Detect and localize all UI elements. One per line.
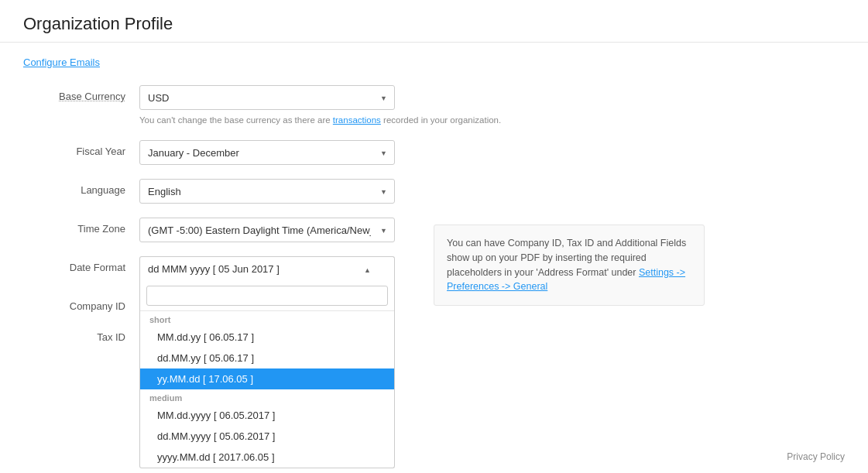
date-format-option-yyyy-mm-dd[interactable]: yyyy.MM.dd [ 2017.06.05 ] bbox=[140, 447, 394, 468]
fiscal-year-row: Fiscal Year January - December bbox=[23, 140, 519, 165]
base-currency-label: Base Currency bbox=[23, 85, 139, 102]
language-label: Language bbox=[23, 179, 139, 196]
date-format-option-dd-mm-yyyy[interactable]: dd.MM.yyyy [ 05.06.2017 ] bbox=[140, 426, 394, 447]
date-format-label: Date Format bbox=[23, 256, 139, 273]
date-format-option-mm-dd-yyyy[interactable]: MM.dd.yyyy [ 06.05.2017 ] bbox=[140, 405, 394, 426]
info-box: You can have Company ID, Tax ID and Addi… bbox=[434, 225, 705, 306]
company-id-label: Company ID bbox=[23, 295, 139, 312]
date-format-search-container bbox=[140, 281, 394, 311]
base-currency-help: You can't change the base currency as th… bbox=[139, 114, 519, 126]
timezone-select-wrapper: (GMT -5:00) Eastern Daylight Time (Ameri… bbox=[139, 218, 395, 242]
fiscal-year-select-wrapper: January - December bbox=[139, 140, 395, 165]
date-format-dropdown: short MM.dd.yy [ 06.05.17 ] dd.MM.yy [ 0… bbox=[139, 281, 395, 468]
fiscal-year-label: Fiscal Year bbox=[23, 140, 139, 157]
transactions-link[interactable]: transactions bbox=[333, 115, 381, 125]
tax-id-label: Tax ID bbox=[23, 326, 139, 343]
fiscal-year-select[interactable]: January - December bbox=[139, 140, 395, 165]
base-currency-select[interactable]: USD bbox=[139, 85, 395, 110]
date-format-dropdown-wrapper: dd MMM yyyy [ 05 Jun 2017 ] short MM.dd.… bbox=[139, 256, 395, 281]
timezone-label: Time Zone bbox=[23, 218, 139, 235]
date-format-chevron-icon bbox=[364, 263, 371, 275]
date-format-option-dd-mm-yy[interactable]: dd.MM.yy [ 05.06.17 ] bbox=[140, 348, 394, 368]
language-select-wrapper: English bbox=[139, 179, 395, 204]
date-format-search-input[interactable] bbox=[146, 286, 388, 306]
date-format-value: dd MMM yyyy [ 05 Jun 2017 ] bbox=[148, 263, 280, 275]
date-format-option-mm-dd-yy[interactable]: MM.dd.yy [ 06.05.17 ] bbox=[140, 327, 394, 348]
language-row: Language English bbox=[23, 179, 519, 204]
fiscal-year-control: January - December bbox=[139, 140, 519, 165]
privacy-policy-link[interactable]: Privacy Policy bbox=[787, 451, 845, 462]
configure-emails-link[interactable]: Configure Emails bbox=[23, 57, 519, 68]
base-currency-control: USD You can't change the base currency a… bbox=[139, 85, 519, 126]
date-format-trigger[interactable]: dd MMM yyyy [ 05 Jun 2017 ] bbox=[139, 256, 395, 281]
language-select[interactable]: English bbox=[139, 179, 395, 204]
base-currency-row: Base Currency USD You can't change the b… bbox=[23, 85, 519, 126]
short-group-label: short bbox=[140, 311, 394, 327]
language-control: English bbox=[139, 179, 519, 204]
page-title: Organization Profile bbox=[0, 0, 868, 43]
medium-group-label: medium bbox=[140, 389, 394, 405]
base-currency-select-wrapper: USD bbox=[139, 85, 395, 110]
timezone-select[interactable]: (GMT -5:00) Eastern Daylight Time (Ameri… bbox=[139, 218, 395, 242]
date-format-option-yy-mm-dd[interactable]: yy.MM.dd [ 17.06.05 ] bbox=[140, 368, 394, 389]
